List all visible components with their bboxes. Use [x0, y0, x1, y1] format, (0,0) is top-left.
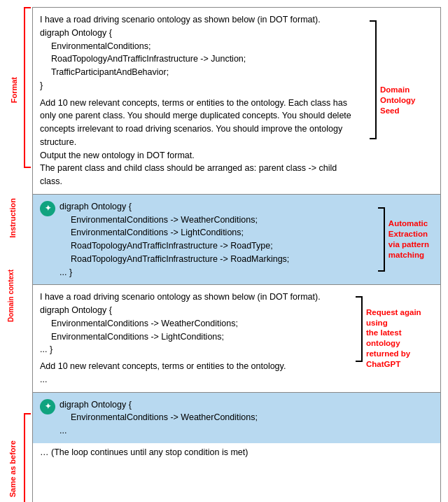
chatgpt-icon-1: ✦: [40, 200, 59, 279]
domain-seed-label: Domain Ontology Seed: [380, 85, 436, 116]
inst-line5: TrafficParticipantAndBehavior;: [40, 66, 363, 79]
same-line4: EnvironmentalConditions -> LightConditio…: [40, 330, 356, 344]
bottom-section: I have a road driving scenario ontology …: [33, 285, 440, 461]
same-as-before-label-block: Same as before: [7, 413, 32, 502]
resp1-line4: RoadTopologyAndTrafficInfrastructure -> …: [59, 253, 378, 266]
extraction-label: Domain context AutomaticExtractionvia pa…: [388, 218, 429, 260]
resp1-line2: EnvironmentalConditions -> LightConditio…: [59, 226, 378, 239]
main-container: Format Instruction Domain context Same a…: [7, 7, 441, 502]
instruction-label-block: Instruction: [7, 168, 32, 263]
same-line2: digraph Ontology {: [40, 304, 356, 317]
format-label: Format: [10, 77, 18, 103]
format-label-block: Format: [7, 7, 32, 168]
domain-context-label: Domain context: [7, 270, 15, 322]
same-add-text: Add 10 new relevant concepts, terms or e…: [40, 360, 356, 373]
response1-section: ✦ digraph Ontology { EnvironmentalCondit…: [33, 195, 440, 286]
domain-seed-area: Domain Ontology Seed: [370, 8, 440, 194]
same-as-before-label: Same as before: [8, 440, 17, 497]
inst-parent-child: The parent class and child class should …: [40, 162, 363, 175]
same-content-area: I have a road driving scenario ontology …: [33, 285, 440, 391]
same-line3: EnvironmentalConditions -> WeatherCondit…: [40, 317, 356, 330]
side-labels: Format Instruction Domain context Same a…: [7, 7, 32, 502]
resp1-line0: digraph Ontology {: [59, 200, 378, 214]
inst-line6: }: [40, 79, 363, 92]
same-line1: I have a road driving scenario ontology …: [40, 291, 356, 304]
inst-line4: RoadTopologyAndTrafficInfrastructure -> …: [40, 53, 363, 66]
loop-text: … (The loop continues until any stop con…: [33, 443, 440, 461]
inst-line1: I have a road driving scenario ontology …: [40, 13, 363, 27]
resp1-line5: ... }: [59, 266, 378, 279]
resp2-ellipsis: ...: [59, 424, 433, 438]
inst-add-text: Add 10 new relevant concepts, terms or e…: [40, 97, 363, 149]
extraction-area: Domain context AutomaticExtractionvia pa…: [378, 200, 433, 279]
same-as-before-row: I have a road driving scenario ontology …: [33, 285, 440, 391]
inst-line3: EnvironmentalConditions;: [40, 40, 363, 53]
resp1-line3: RoadTopologyAndTrafficInfrastructure -> …: [59, 239, 378, 253]
response2-text: digraph Ontology { EnvironmentalConditio…: [59, 398, 433, 438]
resp1-line1: EnvironmentalConditions -> WeatherCondit…: [59, 214, 378, 227]
inst-line2: digraph Ontology {: [40, 27, 363, 40]
same-ellipsis: ...: [40, 373, 356, 386]
inst-class: class.: [40, 175, 363, 188]
content-box: I have a road driving scenario ontology …: [32, 7, 441, 502]
same-inner-row: I have a road driving scenario ontology …: [40, 291, 433, 386]
instruction-text-area: I have a road driving scenario ontology …: [33, 8, 370, 194]
resp2-line1: EnvironmentalConditions -> WeatherCondit…: [59, 411, 433, 424]
instruction-block: I have a road driving scenario ontology …: [40, 13, 363, 188]
resp2-prefix: digraph Ontology {: [59, 398, 433, 412]
request-again-label: Request again usingthe latest ontologyre…: [366, 307, 429, 370]
domain-context-label-block: Domain context: [7, 263, 32, 329]
inst-output-text: Output the new ontology in DOT format.: [40, 149, 363, 162]
chatgpt-logo-2: ✦: [40, 399, 55, 414]
response2-section: ✦ digraph Ontology { EnvironmentalCondit…: [33, 392, 440, 443]
chatgpt-icon-2: ✦: [40, 398, 59, 438]
same-text: I have a road driving scenario ontology …: [40, 291, 356, 386]
instruction-section: I have a road driving scenario ontology …: [33, 8, 440, 195]
instruction-label: Instruction: [8, 198, 17, 238]
same-line5: ... }: [40, 343, 356, 356]
response1-text: digraph Ontology { EnvironmentalConditio…: [59, 200, 378, 279]
request-again-area: Request again usingthe latest ontologyre…: [356, 291, 433, 386]
chatgpt-logo-1: ✦: [40, 201, 55, 216]
